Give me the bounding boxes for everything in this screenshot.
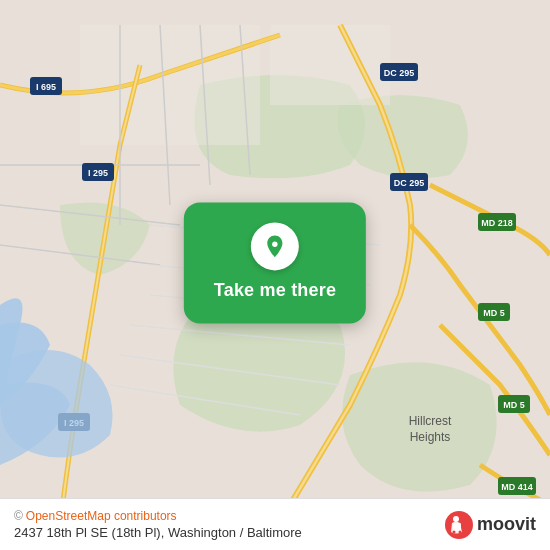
bottom-bar: © OpenStreetMap contributors 2437 18th P… xyxy=(0,498,550,550)
svg-text:Hillcrest: Hillcrest xyxy=(409,414,452,428)
copyright-symbol: © xyxy=(14,509,23,523)
pin-icon-wrapper xyxy=(251,222,299,270)
take-me-there-button[interactable]: Take me there xyxy=(214,280,336,301)
location-pin-icon xyxy=(262,233,288,259)
svg-rect-0 xyxy=(80,25,260,145)
svg-point-41 xyxy=(458,530,461,533)
svg-text:MD 414: MD 414 xyxy=(501,482,533,492)
osm-attribution: OpenStreetMap contributors xyxy=(26,509,177,523)
svg-rect-39 xyxy=(453,523,461,531)
svg-text:MD 218: MD 218 xyxy=(481,218,513,228)
svg-point-38 xyxy=(453,516,459,522)
map-container: I 695 I 295 I 295 DC 295 DC 295 MD 218 M… xyxy=(0,0,550,550)
moovit-text: moovit xyxy=(477,514,536,535)
svg-text:DC 295: DC 295 xyxy=(394,178,425,188)
svg-text:MD 5: MD 5 xyxy=(483,308,505,318)
bottom-left-info: © OpenStreetMap contributors 2437 18th P… xyxy=(14,509,302,540)
action-card: Take me there xyxy=(184,202,366,323)
svg-text:I 695: I 695 xyxy=(36,82,56,92)
address-text: 2437 18th Pl SE (18th Pl), Washington / … xyxy=(14,525,302,540)
svg-text:I 295: I 295 xyxy=(88,168,108,178)
moovit-icon xyxy=(444,510,474,540)
svg-point-36 xyxy=(272,242,277,247)
svg-text:Heights: Heights xyxy=(410,430,451,444)
svg-point-40 xyxy=(452,530,455,533)
moovit-logo: moovit xyxy=(444,510,536,540)
svg-text:MD 5: MD 5 xyxy=(503,400,525,410)
svg-text:DC 295: DC 295 xyxy=(384,68,415,78)
